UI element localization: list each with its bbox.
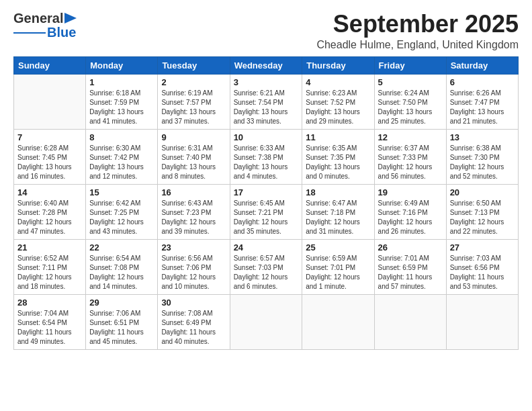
- weekday-header: Friday: [374, 56, 446, 74]
- weekday-header: Wednesday: [230, 56, 302, 74]
- day-info: Sunrise: 6:56 AM Sunset: 7:06 PM Dayligh…: [161, 254, 226, 291]
- day-info: Sunrise: 6:59 AM Sunset: 7:01 PM Dayligh…: [306, 254, 370, 291]
- day-number: 2: [161, 77, 226, 87]
- calendar-cell: 5Sunrise: 6:24 AM Sunset: 7:50 PM Daylig…: [374, 74, 446, 129]
- day-number: 20: [450, 187, 515, 197]
- day-number: 18: [306, 187, 370, 197]
- month-title: September 2025: [316, 11, 519, 38]
- day-number: 1: [89, 77, 154, 87]
- day-info: Sunrise: 6:18 AM Sunset: 7:59 PM Dayligh…: [89, 89, 154, 126]
- logo-flag-icon: [64, 13, 77, 24]
- calendar-cell: 7Sunrise: 6:28 AM Sunset: 7:45 PM Daylig…: [14, 129, 86, 184]
- calendar-cell: 10Sunrise: 6:33 AM Sunset: 7:38 PM Dayli…: [230, 129, 302, 184]
- day-number: 25: [306, 242, 370, 253]
- calendar-cell: [446, 294, 518, 349]
- day-info: Sunrise: 6:23 AM Sunset: 7:52 PM Dayligh…: [306, 89, 370, 126]
- day-info: Sunrise: 6:57 AM Sunset: 7:03 PM Dayligh…: [234, 254, 299, 291]
- weekday-header: Tuesday: [158, 56, 230, 74]
- calendar-cell: 9Sunrise: 6:31 AM Sunset: 7:40 PM Daylig…: [158, 129, 230, 184]
- day-number: 4: [306, 77, 370, 87]
- calendar-table: SundayMondayTuesdayWednesdayThursdayFrid…: [13, 56, 519, 350]
- calendar-cell: 15Sunrise: 6:42 AM Sunset: 7:25 PM Dayli…: [86, 184, 158, 239]
- weekday-header: Monday: [86, 56, 158, 74]
- day-number: 22: [89, 242, 154, 253]
- calendar-cell: 2Sunrise: 6:19 AM Sunset: 7:57 PM Daylig…: [158, 74, 230, 129]
- day-info: Sunrise: 7:04 AM Sunset: 6:54 PM Dayligh…: [17, 309, 82, 347]
- day-number: 26: [378, 242, 443, 253]
- day-number: 12: [378, 132, 443, 142]
- day-number: 15: [89, 187, 154, 197]
- calendar-cell: 22Sunrise: 6:54 AM Sunset: 7:08 PM Dayli…: [86, 239, 158, 294]
- calendar-cell: 16Sunrise: 6:43 AM Sunset: 7:23 PM Dayli…: [158, 184, 230, 239]
- calendar-cell: 14Sunrise: 6:40 AM Sunset: 7:28 PM Dayli…: [14, 184, 86, 239]
- day-number: 7: [17, 132, 82, 142]
- weekday-header: Thursday: [302, 56, 374, 74]
- logo-blue-text: Blue: [47, 25, 76, 40]
- calendar-cell: 4Sunrise: 6:23 AM Sunset: 7:52 PM Daylig…: [302, 74, 374, 129]
- day-number: 8: [89, 132, 154, 142]
- day-number: 19: [378, 187, 443, 197]
- logo-general-text: General: [13, 11, 63, 26]
- calendar-cell: 24Sunrise: 6:57 AM Sunset: 7:03 PM Dayli…: [230, 239, 302, 294]
- day-info: Sunrise: 6:19 AM Sunset: 7:57 PM Dayligh…: [161, 89, 226, 126]
- day-number: 27: [450, 242, 515, 253]
- day-info: Sunrise: 6:38 AM Sunset: 7:30 PM Dayligh…: [450, 144, 515, 181]
- calendar-cell: 28Sunrise: 7:04 AM Sunset: 6:54 PM Dayli…: [14, 294, 86, 349]
- day-info: Sunrise: 6:50 AM Sunset: 7:13 PM Dayligh…: [450, 199, 515, 236]
- day-info: Sunrise: 6:47 AM Sunset: 7:18 PM Dayligh…: [306, 199, 370, 236]
- calendar-cell: 26Sunrise: 7:01 AM Sunset: 6:59 PM Dayli…: [374, 239, 446, 294]
- calendar-cell: 6Sunrise: 6:26 AM Sunset: 7:47 PM Daylig…: [446, 74, 518, 129]
- weekday-header: Saturday: [446, 56, 518, 74]
- day-info: Sunrise: 7:03 AM Sunset: 6:56 PM Dayligh…: [450, 254, 515, 291]
- day-info: Sunrise: 6:28 AM Sunset: 7:45 PM Dayligh…: [17, 144, 82, 181]
- day-info: Sunrise: 6:30 AM Sunset: 7:42 PM Dayligh…: [89, 144, 154, 181]
- day-number: 29: [89, 298, 154, 308]
- day-info: Sunrise: 6:45 AM Sunset: 7:21 PM Dayligh…: [234, 199, 299, 236]
- calendar-cell: 11Sunrise: 6:35 AM Sunset: 7:35 PM Dayli…: [302, 129, 374, 184]
- svg-marker-0: [64, 13, 77, 24]
- day-number: 30: [161, 298, 226, 308]
- calendar-cell: 13Sunrise: 6:38 AM Sunset: 7:30 PM Dayli…: [446, 129, 518, 184]
- day-info: Sunrise: 6:35 AM Sunset: 7:35 PM Dayligh…: [306, 144, 370, 181]
- day-info: Sunrise: 7:06 AM Sunset: 6:51 PM Dayligh…: [89, 309, 154, 347]
- day-number: 17: [234, 187, 299, 197]
- day-number: 3: [234, 77, 299, 87]
- day-number: 11: [306, 132, 370, 142]
- calendar-cell: 29Sunrise: 7:06 AM Sunset: 6:51 PM Dayli…: [86, 294, 158, 349]
- calendar-cell: 30Sunrise: 7:08 AM Sunset: 6:49 PM Dayli…: [158, 294, 230, 349]
- day-info: Sunrise: 7:01 AM Sunset: 6:59 PM Dayligh…: [378, 254, 443, 291]
- calendar-cell: 18Sunrise: 6:47 AM Sunset: 7:18 PM Dayli…: [302, 184, 374, 239]
- calendar-cell: 25Sunrise: 6:59 AM Sunset: 7:01 PM Dayli…: [302, 239, 374, 294]
- calendar-cell: [302, 294, 374, 349]
- calendar-cell: 27Sunrise: 7:03 AM Sunset: 6:56 PM Dayli…: [446, 239, 518, 294]
- calendar-cell: 3Sunrise: 6:21 AM Sunset: 7:54 PM Daylig…: [230, 74, 302, 129]
- day-info: Sunrise: 6:49 AM Sunset: 7:16 PM Dayligh…: [378, 199, 443, 236]
- day-number: 21: [17, 242, 82, 253]
- calendar-cell: 17Sunrise: 6:45 AM Sunset: 7:21 PM Dayli…: [230, 184, 302, 239]
- day-number: 9: [161, 132, 226, 142]
- day-number: 5: [378, 77, 443, 87]
- calendar-cell: 19Sunrise: 6:49 AM Sunset: 7:16 PM Dayli…: [374, 184, 446, 239]
- calendar-cell: 20Sunrise: 6:50 AM Sunset: 7:13 PM Dayli…: [446, 184, 518, 239]
- calendar-cell: [230, 294, 302, 349]
- location: Cheadle Hulme, England, United Kingdom: [316, 39, 519, 51]
- day-info: Sunrise: 6:24 AM Sunset: 7:50 PM Dayligh…: [378, 89, 443, 126]
- calendar-cell: 12Sunrise: 6:37 AM Sunset: 7:33 PM Dayli…: [374, 129, 446, 184]
- day-info: Sunrise: 6:42 AM Sunset: 7:25 PM Dayligh…: [89, 199, 154, 236]
- day-info: Sunrise: 7:08 AM Sunset: 6:49 PM Dayligh…: [161, 309, 226, 347]
- calendar-cell: [14, 74, 86, 129]
- weekday-header: Sunday: [14, 56, 86, 74]
- day-number: 10: [234, 132, 299, 142]
- day-info: Sunrise: 6:21 AM Sunset: 7:54 PM Dayligh…: [234, 89, 299, 126]
- day-info: Sunrise: 6:33 AM Sunset: 7:38 PM Dayligh…: [234, 144, 299, 181]
- calendar-cell: 21Sunrise: 6:52 AM Sunset: 7:11 PM Dayli…: [14, 239, 86, 294]
- day-info: Sunrise: 6:31 AM Sunset: 7:40 PM Dayligh…: [161, 144, 226, 181]
- day-number: 6: [450, 77, 515, 87]
- day-number: 13: [450, 132, 515, 142]
- day-info: Sunrise: 6:37 AM Sunset: 7:33 PM Dayligh…: [378, 144, 443, 181]
- day-number: 23: [161, 242, 226, 253]
- day-info: Sunrise: 6:52 AM Sunset: 7:11 PM Dayligh…: [17, 254, 82, 291]
- calendar-cell: 8Sunrise: 6:30 AM Sunset: 7:42 PM Daylig…: [86, 129, 158, 184]
- day-info: Sunrise: 6:43 AM Sunset: 7:23 PM Dayligh…: [161, 199, 226, 236]
- day-info: Sunrise: 6:26 AM Sunset: 7:47 PM Dayligh…: [450, 89, 515, 126]
